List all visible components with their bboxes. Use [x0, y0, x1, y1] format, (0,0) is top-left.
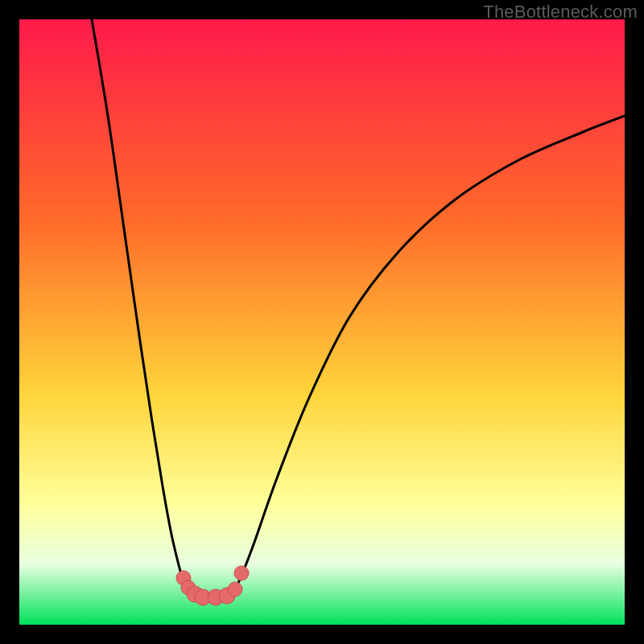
- bottleneck-marker: [234, 566, 249, 580]
- chart-frame: [19, 19, 625, 625]
- bottleneck-chart: [19, 19, 625, 625]
- watermark-text: TheBottleneck.com: [483, 2, 638, 23]
- gradient-background: [19, 19, 625, 625]
- bottleneck-marker: [228, 582, 242, 597]
